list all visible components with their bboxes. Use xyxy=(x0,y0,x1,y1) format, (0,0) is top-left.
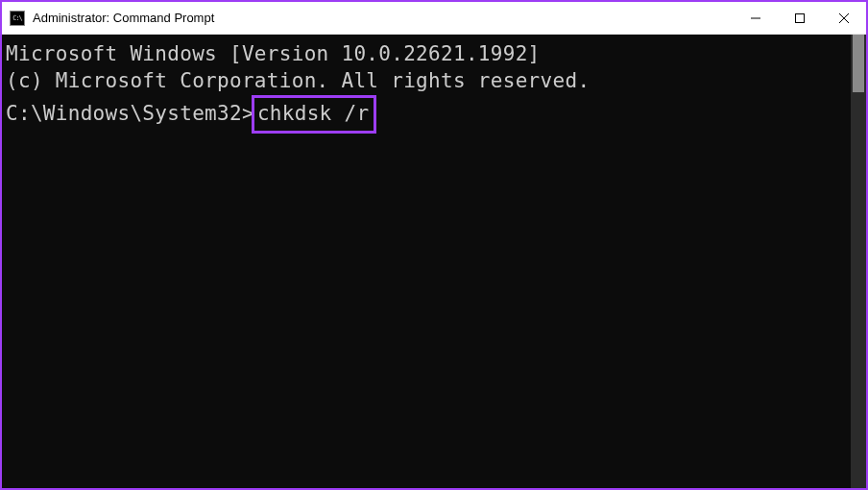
command-text: chkdsk /r xyxy=(257,102,370,125)
titlebar[interactable]: C:\ Administrator: Command Prompt xyxy=(2,2,866,35)
content-area: Microsoft Windows [Version 10.0.22621.19… xyxy=(2,35,866,488)
window-title: Administrator: Command Prompt xyxy=(33,11,734,25)
scrollbar-thumb[interactable] xyxy=(853,35,864,92)
version-line: Microsoft Windows [Version 10.0.22621.19… xyxy=(6,40,849,67)
vertical-scrollbar[interactable] xyxy=(851,35,866,488)
maximize-button[interactable] xyxy=(778,2,822,34)
svg-rect-1 xyxy=(796,13,805,22)
minimize-button[interactable] xyxy=(734,2,778,34)
maximize-icon xyxy=(795,13,805,23)
terminal-output[interactable]: Microsoft Windows [Version 10.0.22621.19… xyxy=(2,35,851,488)
minimize-icon xyxy=(751,13,760,23)
prompt-path: C:\Windows\System32> xyxy=(6,102,254,125)
prompt-line: C:\Windows\System32>chkdsk /r xyxy=(6,95,849,134)
command-prompt-window: C:\ Administrator: Command Prompt Micros… xyxy=(0,0,868,490)
close-button[interactable] xyxy=(822,2,866,34)
window-controls xyxy=(734,2,866,34)
close-icon xyxy=(839,13,849,23)
cmd-icon: C:\ xyxy=(10,11,25,26)
copyright-line: (c) Microsoft Corporation. All rights re… xyxy=(6,67,849,94)
command-highlight: chkdsk /r xyxy=(252,95,377,134)
